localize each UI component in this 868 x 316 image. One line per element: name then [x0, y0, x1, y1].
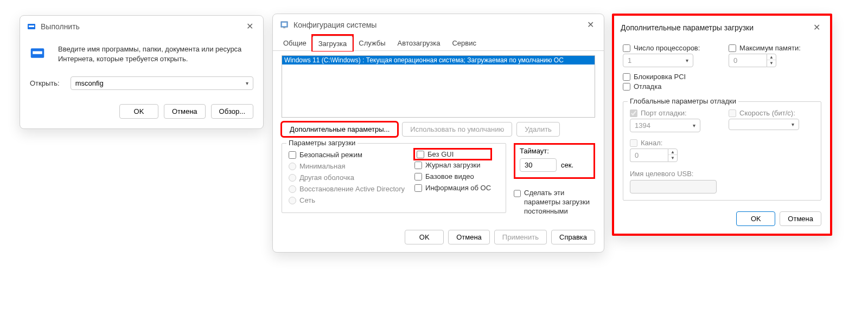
make-permanent-checkbox[interactable]: Сделать эти параметры загрузки постоянны…	[514, 189, 595, 216]
timeout-input[interactable]	[520, 158, 557, 172]
apply-button[interactable]: Применить	[494, 230, 547, 244]
bootlog-checkbox[interactable]: Журнал загрузки	[414, 161, 491, 169]
delete-button[interactable]: Удалить	[516, 122, 560, 137]
svg-rect-5	[282, 23, 286, 26]
tab-general[interactable]: Общие	[277, 35, 312, 50]
spin-down-icon[interactable]: ▼	[668, 155, 677, 161]
global-debug-legend: Глобальные параметры отладки	[628, 97, 738, 105]
spin-up-icon[interactable]: ▲	[668, 149, 677, 155]
num-processors-checkbox[interactable]: Число процессоров:	[623, 44, 716, 52]
channel-spinner[interactable]: 0 ▲▼	[630, 149, 700, 162]
advanced-boot-dialog: Дополнительные параметры загрузки ✕ Числ…	[612, 14, 832, 236]
cancel-button[interactable]: Отмена	[448, 230, 490, 244]
baud-rate-combo[interactable]: ▾	[729, 119, 799, 130]
chevron-down-icon: ▾	[686, 57, 688, 63]
adrestore-radio[interactable]: Восстановление Active Directory	[289, 185, 405, 193]
spin-up-icon[interactable]: ▲	[767, 54, 776, 60]
open-value: msconfig	[75, 79, 104, 87]
advanced-title: Дополнительные параметры загрузки	[621, 23, 754, 32]
channel-checkbox[interactable]: Канал:	[630, 139, 814, 147]
open-label: Открыть:	[30, 79, 60, 87]
timeout-label: Таймаут:	[520, 147, 589, 155]
advanced-options-button[interactable]: Дополнительные параметры...	[282, 122, 398, 137]
sysconfig-titlebar: Конфигурация системы ✕	[273, 14, 604, 35]
close-icon[interactable]: ✕	[584, 18, 597, 31]
close-icon[interactable]: ✕	[810, 21, 824, 34]
spin-down-icon[interactable]: ▼	[767, 60, 776, 66]
baud-rate-checkbox[interactable]: Скорость (бит/с):	[729, 109, 814, 117]
open-combo[interactable]: msconfig ▾	[71, 76, 253, 90]
boot-entry[interactable]: Windows 11 (C:\Windows) : Текущая операц…	[282, 56, 595, 65]
tab-boot[interactable]: Загрузка	[312, 36, 353, 51]
minimal-radio[interactable]: Минимальная	[289, 162, 405, 170]
altshell-radio[interactable]: Другая оболочка	[289, 173, 405, 182]
boot-entries-list[interactable]: Windows 11 (C:\Windows) : Текущая операц…	[282, 55, 595, 118]
run-instructions: Введите имя программы, папки, документа …	[58, 44, 253, 63]
timeout-sec: сек.	[561, 161, 573, 169]
svg-rect-1	[29, 25, 34, 27]
svg-rect-6	[283, 28, 285, 28]
run-title: Выполнить	[41, 22, 80, 31]
usb-target-input[interactable]	[630, 180, 717, 194]
cancel-button[interactable]: Отмена	[780, 211, 821, 226]
cancel-button[interactable]: Отмена	[164, 104, 206, 119]
chevron-down-icon: ▾	[246, 80, 248, 86]
close-icon[interactable]: ✕	[243, 20, 257, 33]
run-dialog: Выполнить ✕ Введите имя программы, папки…	[20, 15, 264, 129]
num-processors-combo[interactable]: 1▾	[623, 54, 693, 67]
tab-tools[interactable]: Сервис	[446, 35, 482, 50]
max-memory-checkbox[interactable]: Максимум памяти:	[729, 44, 821, 52]
system-config-dialog: Конфигурация системы ✕ Общие Загрузка Сл…	[272, 14, 604, 253]
max-memory-spinner[interactable]: 0 ▲▼	[729, 54, 821, 67]
osinfo-checkbox[interactable]: Информация об ОС	[414, 184, 491, 192]
boot-options-legend: Параметры загрузки	[286, 139, 358, 147]
debug-port-combo[interactable]: 1394▾	[630, 119, 700, 132]
svg-rect-3	[33, 51, 42, 54]
usb-target-label: Имя целевого USB:	[630, 170, 814, 178]
basevideo-checkbox[interactable]: Базовое видео	[414, 172, 491, 180]
chevron-down-icon: ▾	[792, 121, 794, 127]
sysconfig-title: Конфигурация системы	[293, 21, 376, 29]
tab-services[interactable]: Службы	[353, 35, 391, 50]
tab-startup[interactable]: Автозагрузка	[392, 35, 446, 50]
help-button[interactable]: Справка	[551, 230, 595, 244]
debug-checkbox[interactable]: Отладка	[623, 82, 821, 91]
run-icon	[27, 22, 36, 31]
chevron-down-icon: ▾	[693, 122, 695, 128]
run-body-icon	[30, 44, 45, 62]
network-radio[interactable]: Сеть	[289, 196, 405, 204]
ok-button[interactable]: OK	[119, 104, 158, 119]
ok-button[interactable]: OK	[736, 211, 775, 226]
ok-button[interactable]: OK	[405, 230, 444, 244]
no-gui-checkbox[interactable]: Без GUI	[417, 150, 489, 158]
debug-port-checkbox[interactable]: Порт отладки:	[630, 109, 716, 117]
sysconfig-icon	[279, 20, 289, 30]
run-titlebar: Выполнить ✕	[20, 16, 263, 37]
pci-lock-checkbox[interactable]: Блокировка PCI	[623, 73, 821, 81]
browse-button[interactable]: Обзор...	[211, 104, 253, 119]
safe-mode-checkbox[interactable]: Безопасный режим	[289, 151, 405, 159]
set-default-button[interactable]: Использовать по умолчанию	[402, 122, 512, 137]
